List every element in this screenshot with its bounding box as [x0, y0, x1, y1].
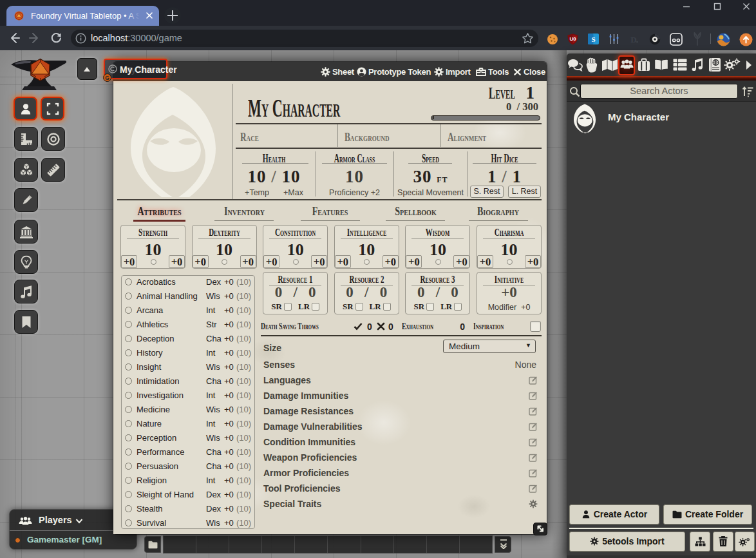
svg-text:U0: U0	[569, 36, 576, 42]
svg-text:S: S	[591, 35, 595, 43]
svg-text:D: D	[630, 35, 636, 44]
